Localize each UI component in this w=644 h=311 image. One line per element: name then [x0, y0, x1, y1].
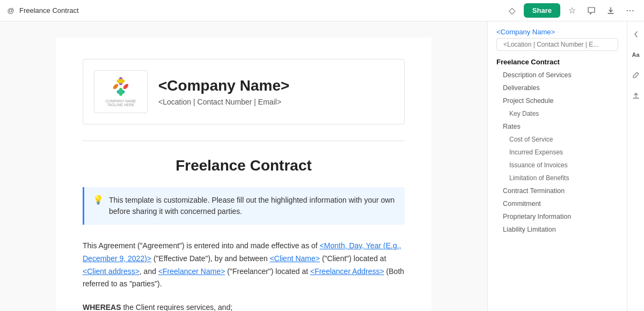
divider	[83, 140, 405, 141]
sidebar-item-rates[interactable]: Rates	[488, 120, 627, 133]
company-subtitle: <Location | Contact Number | Email>	[158, 98, 289, 106]
whereas-label-1: WHEREAS	[83, 303, 121, 311]
paragraph-1: This Agreement ("Agreement") is entered …	[83, 240, 405, 291]
comment-button[interactable]	[584, 3, 599, 18]
info-icon: 💡	[93, 195, 104, 205]
download-button[interactable]	[603, 3, 618, 18]
info-box: 💡 This template is customizable. Please …	[83, 187, 405, 225]
freelancer-name-highlight: <Freelancer Name>	[158, 267, 225, 276]
date-highlight: <Month, Day, Year (E.g., December 9, 202…	[83, 241, 401, 263]
sidebar-item-limitation-benefits[interactable]: Limitation of Benefits	[488, 172, 627, 184]
sidebar-location-input[interactable]	[496, 38, 618, 51]
share-button[interactable]: Share	[524, 3, 560, 18]
bookmark-button[interactable]: ◇	[504, 3, 519, 18]
sidebar-item-issuance-invoices[interactable]: Issuance of Invoices	[488, 159, 627, 172]
sidebar-item-description[interactable]: Description of Services	[488, 69, 627, 82]
client-address-highlight: <Client address>	[83, 267, 140, 276]
sidebar-company-name[interactable]: <Company Name>	[488, 28, 627, 36]
sidebar-nav: Freelance Contract Description of Servic…	[488, 55, 627, 236]
document-inner: COMPANY NAMETAGLINE HERE <Company Name> …	[56, 38, 431, 311]
freelancer-address-highlight: <Freelancer Address>	[310, 267, 384, 276]
svg-point-2	[119, 88, 123, 96]
sidebar-item-incurred-expenses[interactable]: Incurred Expenses	[488, 146, 627, 159]
sidebar-item-deliverables[interactable]: Deliverables	[488, 82, 627, 94]
company-header: COMPANY NAMETAGLINE HERE <Company Name> …	[83, 59, 405, 124]
sidebar: <Company Name> Freelance Contract Descri…	[487, 21, 627, 311]
company-logo-box: COMPANY NAMETAGLINE HERE	[94, 70, 148, 113]
document-area: COMPANY NAMETAGLINE HERE <Company Name> …	[0, 21, 487, 311]
sidebar-item-freelance-contract[interactable]: Freelance Contract	[488, 55, 627, 69]
company-info: <Company Name> <Location | Contact Numbe…	[158, 77, 289, 106]
topbar: @ Freelance Contract ◇ Share ☆ ⋯	[0, 0, 644, 21]
topbar-actions: ◇ Share ☆ ⋯	[504, 3, 638, 18]
edit-tool-button[interactable]	[630, 69, 642, 82]
svg-point-4	[122, 83, 129, 90]
sidebar-item-cost-of-service[interactable]: Cost of Service	[488, 133, 627, 146]
sidebar-item-key-dates[interactable]: Key Dates	[488, 107, 627, 120]
app-logo: @	[6, 6, 15, 15]
client-name-highlight: <Client Name>	[270, 254, 320, 263]
tools-panel: Aa	[627, 21, 644, 311]
main-layout: COMPANY NAMETAGLINE HERE <Company Name> …	[0, 21, 644, 311]
sidebar-item-commitment[interactable]: Commitment	[488, 197, 627, 210]
sidebar-item-project-schedule[interactable]: Project Schedule	[488, 94, 627, 107]
sidebar-item-contract-termination[interactable]: Contract Termination	[488, 184, 627, 197]
sidebar-item-liability[interactable]: Liability Limitation	[488, 223, 627, 236]
logo-text: COMPANY NAMETAGLINE HERE	[106, 99, 136, 107]
sidebar-item-proprietary[interactable]: Proprietary Information	[488, 210, 627, 223]
upload-button[interactable]	[630, 89, 642, 102]
more-button[interactable]: ⋯	[623, 3, 638, 18]
paragraph-2: WHEREAS the Client requires services, an…	[83, 301, 405, 311]
document-title: Freelance Contract	[19, 6, 500, 14]
company-logo-svg	[107, 77, 134, 98]
star-button[interactable]: ☆	[565, 3, 580, 18]
info-box-text: This template is customizable. Please fi…	[109, 195, 396, 217]
svg-point-3	[117, 79, 125, 83]
company-name-heading: <Company Name>	[158, 77, 289, 94]
font-size-button[interactable]: Aa	[630, 48, 642, 61]
contract-title: Freelance Contract	[83, 157, 405, 174]
svg-point-5	[112, 83, 119, 90]
collapse-sidebar-button[interactable]	[630, 28, 642, 41]
